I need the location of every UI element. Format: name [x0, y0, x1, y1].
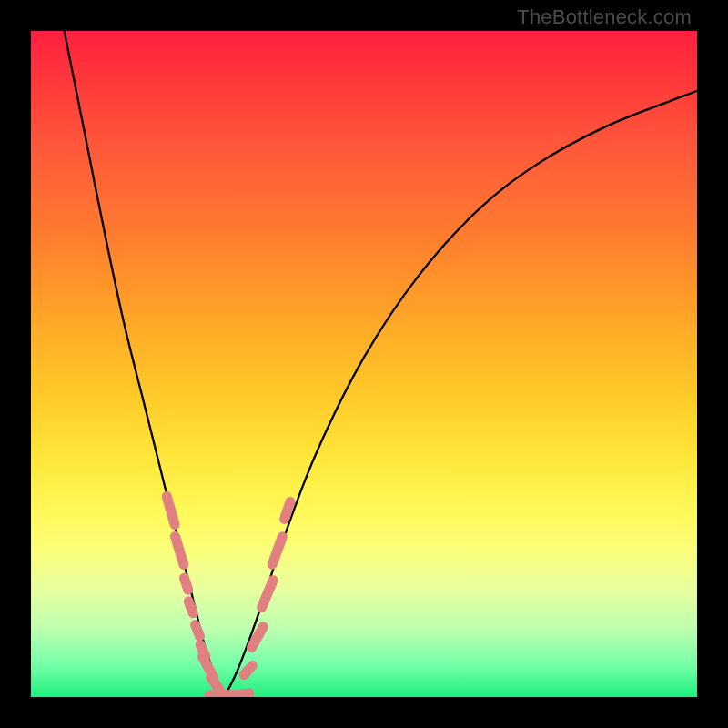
highlight-tick: [188, 618, 206, 642]
watermark-text: TheBottleneck.com: [517, 5, 692, 29]
highlight-tick: [205, 690, 244, 697]
tick-layer: [160, 490, 297, 697]
highlight-tick: [196, 650, 220, 684]
right-curve: [224, 91, 697, 697]
plot-area: [31, 31, 697, 697]
left-curve: [65, 31, 225, 697]
highlight-tick: [194, 638, 212, 662]
highlight-tick: [266, 531, 288, 571]
highlight-tick: [278, 496, 297, 526]
highlight-tick: [245, 620, 270, 654]
highlight-tick: [237, 659, 259, 682]
highlight-tick: [160, 490, 180, 531]
highlight-tick: [204, 670, 231, 697]
highlight-tick: [169, 531, 190, 571]
outer-frame: TheBottleneck.com: [0, 0, 728, 728]
highlight-tick: [182, 595, 199, 620]
highlight-tick: [255, 573, 279, 613]
chart-svg: [31, 31, 697, 697]
curve-layer: [65, 31, 697, 697]
highlight-tick: [220, 688, 255, 697]
highlight-tick: [177, 571, 194, 596]
